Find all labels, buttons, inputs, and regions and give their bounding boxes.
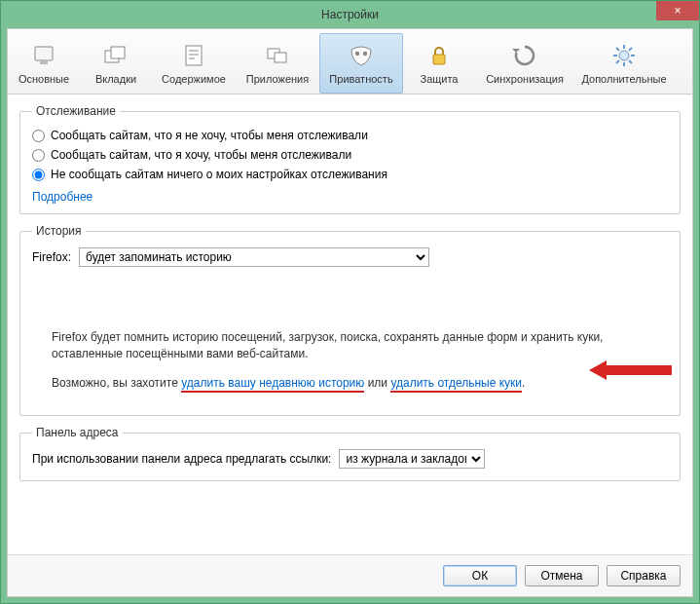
svg-point-14 (619, 51, 629, 60)
addressbar-label: При использовании панели адреса предлага… (32, 452, 331, 466)
tab-general[interactable]: Основные (8, 33, 80, 94)
tracking-legend: Отслеживание (32, 104, 120, 118)
document-icon (180, 42, 207, 69)
svg-rect-0 (35, 47, 53, 60)
content: Основные Вкладки Содержимое Приложения (7, 28, 693, 597)
toolbar: Основные Вкладки Содержимое Приложения (8, 29, 692, 94)
window-title: Настройки (321, 8, 379, 21)
monitor-icon (30, 42, 57, 69)
radio-input[interactable] (32, 149, 45, 162)
tab-sync[interactable]: Синхронизация (475, 33, 574, 94)
history-group: История Firefox: будет запоминать истори… (19, 224, 681, 416)
titlebar: Настройки × (1, 1, 699, 28)
radio-input[interactable] (32, 169, 45, 181)
history-mode-select[interactable]: будет запоминать историю (79, 247, 429, 267)
tracking-option-none[interactable]: Не сообщать сайтам ничего о моих настрой… (32, 165, 668, 184)
svg-point-11 (363, 52, 367, 56)
tab-label: Защита (421, 73, 459, 85)
tab-label: Синхронизация (486, 73, 564, 85)
settings-window: Настройки × Основные Вкладки (0, 0, 700, 604)
radio-label: Сообщать сайтам, что я не хочу, чтобы ме… (51, 129, 368, 142)
sync-icon (511, 42, 538, 69)
windows-icon (264, 42, 291, 69)
svg-line-22 (629, 48, 632, 51)
svg-line-20 (629, 60, 632, 63)
tab-label: Дополнительные (581, 73, 666, 85)
lock-icon (425, 42, 453, 69)
addressbar-legend: Панель адреса (32, 426, 123, 439)
cancel-button[interactable]: Отмена (525, 565, 599, 586)
tab-tabs[interactable]: Вкладки (80, 33, 152, 94)
tab-content[interactable]: Содержимое (152, 33, 236, 94)
history-brand-label: Firefox: (32, 250, 71, 264)
svg-rect-9 (275, 53, 286, 62)
history-legend: История (32, 224, 86, 238)
tracking-option-dnt-off[interactable]: Сообщать сайтам, что я хочу, чтобы меня … (32, 145, 668, 165)
radio-label: Сообщать сайтам, что я хочу, чтобы меня … (51, 148, 351, 162)
ok-button[interactable]: ОК (443, 565, 517, 586)
tab-privacy[interactable]: Приватность (319, 33, 403, 94)
tab-applications[interactable]: Приложения (236, 33, 319, 94)
tracking-more-info-link[interactable]: Подробнее (32, 190, 92, 204)
svg-point-10 (355, 52, 359, 56)
svg-line-21 (616, 60, 619, 63)
radio-input[interactable] (32, 130, 45, 142)
tabs-icon (102, 42, 129, 69)
addressbar-select[interactable]: из журнала и закладок (339, 449, 485, 469)
svg-rect-4 (186, 46, 202, 65)
addressbar-group: Панель адреса При использовании панели а… (19, 426, 681, 481)
privacy-pane: Отслеживание Сообщать сайтам, что я не х… (8, 94, 692, 554)
close-icon: × (674, 4, 681, 18)
tab-label: Вкладки (95, 73, 136, 85)
tab-label: Содержимое (162, 73, 226, 85)
close-button[interactable]: × (656, 1, 699, 20)
clear-history-link[interactable]: удалить вашу недавнюю историю (181, 376, 364, 393)
svg-rect-1 (40, 61, 48, 64)
history-action-text: Возможно, вы захотите удалить вашу недав… (52, 375, 648, 392)
gear-icon (610, 42, 638, 69)
tracking-group: Отслеживание Сообщать сайтам, что я не х… (19, 104, 681, 214)
tab-advanced[interactable]: Дополнительные (574, 33, 674, 94)
svg-marker-23 (589, 360, 672, 380)
tab-security[interactable]: Защита (403, 33, 475, 94)
tab-label: Основные (18, 73, 69, 85)
svg-rect-3 (111, 47, 125, 58)
svg-rect-12 (433, 55, 445, 64)
svg-line-19 (616, 48, 619, 51)
tracking-option-dnt-on[interactable]: Сообщать сайтам, что я не хочу, чтобы ме… (32, 126, 668, 145)
mask-icon (348, 42, 375, 69)
svg-marker-13 (512, 49, 520, 53)
annotation-arrow (589, 359, 672, 382)
radio-label: Не сообщать сайтам ничего о моих настрой… (51, 168, 387, 181)
clear-cookies-link[interactable]: удалить отдельные куки (390, 376, 522, 393)
tab-label: Приложения (246, 73, 309, 85)
tab-label: Приватность (329, 73, 392, 85)
dialog-buttons: ОК Отмена Справка (8, 554, 692, 596)
history-description: Firefox будет помнить историю посещений,… (52, 329, 648, 363)
help-button[interactable]: Справка (607, 565, 681, 586)
